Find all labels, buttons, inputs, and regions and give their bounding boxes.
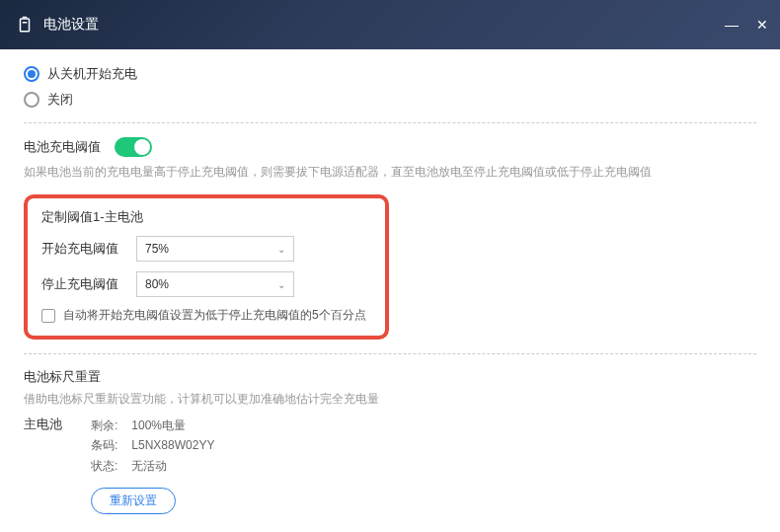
threshold-section-header: 电池充电阈值 xyxy=(24,137,756,157)
titlebar: 电池设置 — ✕ xyxy=(0,0,780,49)
radio-label: 从关机开始充电 xyxy=(47,65,137,83)
auto-threshold-label: 自动将开始充电阈值设置为低于停止充电阈值的5个百分点 xyxy=(63,307,366,324)
stop-threshold-row: 停止充电阈值 80% ⌄ xyxy=(41,271,371,297)
remaining-row: 剩余: 100%电量 xyxy=(91,416,214,435)
gauge-reset-title: 电池标尺重置 xyxy=(24,368,756,386)
threshold-label: 电池充电阈值 xyxy=(24,138,101,156)
status-value: 无活动 xyxy=(131,459,167,473)
stop-threshold-label: 停止充电阈值 xyxy=(41,275,136,293)
remaining-value: 100%电量 xyxy=(131,418,186,432)
status-row: 状态: 无活动 xyxy=(91,456,214,476)
radio-icon xyxy=(24,66,39,82)
radio-label: 关闭 xyxy=(47,91,73,109)
window-controls: — ✕ xyxy=(725,17,768,33)
separator xyxy=(24,122,756,123)
radio-icon xyxy=(24,92,39,108)
status-key: 状态: xyxy=(91,456,128,476)
select-value: 75% xyxy=(145,242,169,256)
gauge-reset-help: 借助电池标尺重新设置功能，计算机可以更加准确地估计完全充电量 xyxy=(24,390,756,408)
select-value: 80% xyxy=(145,277,169,291)
stop-threshold-select[interactable]: 80% ⌄ xyxy=(136,271,294,297)
minimize-button[interactable]: — xyxy=(725,17,739,33)
start-threshold-label: 开始充电阈值 xyxy=(41,240,136,258)
custom-threshold-title: 定制阈值1-主电池 xyxy=(41,208,371,226)
barcode-value: L5NX88W02YY xyxy=(131,438,214,452)
main-battery-details: 剩余: 100%电量 条码: L5NX88W02YY 状态: 无活动 xyxy=(91,416,214,476)
window-title: 电池设置 xyxy=(43,16,99,34)
radio-off[interactable]: 关闭 xyxy=(24,91,756,109)
reset-button[interactable]: 重新设置 xyxy=(91,488,176,514)
custom-threshold-panel: 定制阈值1-主电池 开始充电阈值 75% ⌄ 停止充电阈值 80% ⌄ 自动将开… xyxy=(24,194,389,340)
start-threshold-row: 开始充电阈值 75% ⌄ xyxy=(41,236,371,262)
content-area: 从关机开始充电 关闭 电池充电阈值 如果电池当前的充电电量高于停止充电阈值，则需… xyxy=(0,49,780,530)
threshold-help-text: 如果电池当前的充电电量高于停止充电阈值，则需要拔下电源适配器，直至电池放电至停止… xyxy=(24,163,756,181)
separator xyxy=(24,353,756,354)
battery-icon xyxy=(16,16,34,34)
remaining-key: 剩余: xyxy=(91,416,128,435)
toggle-knob xyxy=(134,139,150,155)
close-button[interactable]: ✕ xyxy=(756,17,768,33)
auto-threshold-row: 自动将开始充电阈值设置为低于停止充电阈值的5个百分点 xyxy=(41,307,371,324)
main-battery-info: 主电池 剩余: 100%电量 条码: L5NX88W02YY 状态: 无活动 xyxy=(24,416,756,476)
main-battery-label: 主电池 xyxy=(24,416,71,476)
threshold-toggle[interactable] xyxy=(115,137,152,157)
svg-rect-0 xyxy=(21,19,30,32)
auto-threshold-checkbox[interactable] xyxy=(41,309,55,323)
barcode-row: 条码: L5NX88W02YY xyxy=(91,435,214,455)
radio-charge-from-shutdown[interactable]: 从关机开始充电 xyxy=(24,65,756,83)
chevron-down-icon: ⌄ xyxy=(277,279,285,290)
chevron-down-icon: ⌄ xyxy=(277,244,285,255)
barcode-key: 条码: xyxy=(91,435,128,455)
start-threshold-select[interactable]: 75% ⌄ xyxy=(136,236,294,262)
